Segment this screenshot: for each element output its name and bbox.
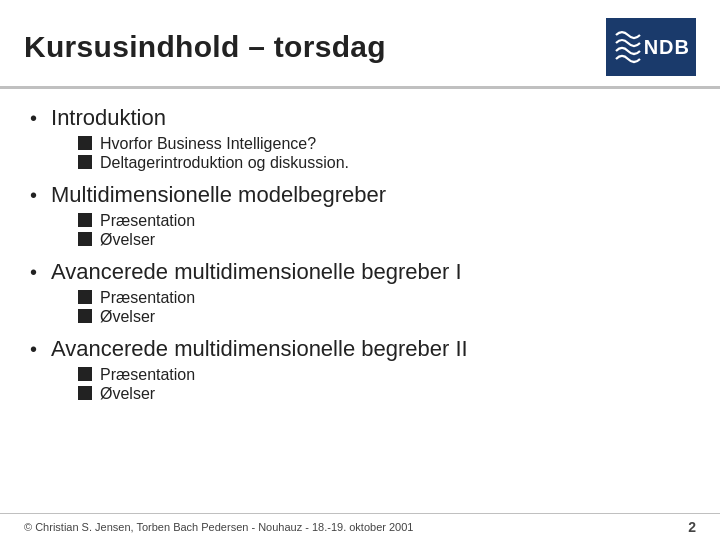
bullet-dot-icon: • [30,185,37,205]
list-item: Hvorfor Business Intelligence? [78,135,690,153]
sub-bullet-square-icon [78,232,92,246]
sub-bullet-text-1-1: Hvorfor Business Intelligence? [100,135,316,153]
logo-text: NDB [644,36,690,59]
main-bullet-4: •Avancerede multidimensionelle begreber … [30,336,690,362]
main-bullet-text-2: Multidimensionelle modelbegreber [51,182,386,208]
bullet-section-2: •Multidimensionelle modelbegreberPræsent… [30,182,690,249]
sub-bullet-text-3-2: Øvelser [100,308,155,326]
sub-bullet-text-4-1: Præsentation [100,366,195,384]
bullet-section-1: •IntroduktionHvorfor Business Intelligen… [30,105,690,172]
sub-bullet-text-3-1: Præsentation [100,289,195,307]
ndb-logo: NDB [606,18,696,76]
main-bullet-text-4: Avancerede multidimensionelle begreber I… [51,336,468,362]
slide-title: Kursusindhold – torsdag [24,30,386,64]
footer-copyright: © Christian S. Jensen, Torben Bach Peder… [24,521,413,533]
sub-bullet-square-icon [78,155,92,169]
sub-bullets-3: PræsentationØvelser [78,289,690,326]
main-bullet-3: •Avancerede multidimensionelle begreber … [30,259,690,285]
sub-bullet-square-icon [78,290,92,304]
bullet-section-4: •Avancerede multidimensionelle begreber … [30,336,690,403]
sub-bullet-square-icon [78,309,92,323]
sub-bullets-2: PræsentationØvelser [78,212,690,249]
sub-bullet-square-icon [78,367,92,381]
sub-bullet-square-icon [78,136,92,150]
sub-bullet-text-4-2: Øvelser [100,385,155,403]
main-bullet-text-3: Avancerede multidimensionelle begreber I [51,259,462,285]
sub-bullet-text-1-2: Deltagerintroduktion og diskussion. [100,154,349,172]
list-item: Øvelser [78,308,690,326]
sub-bullets-1: Hvorfor Business Intelligence?Deltagerin… [78,135,690,172]
sub-bullet-text-2-1: Præsentation [100,212,195,230]
main-bullet-2: •Multidimensionelle modelbegreber [30,182,690,208]
list-item: Deltagerintroduktion og diskussion. [78,154,690,172]
slide: Kursusindhold – torsdag NDB •Introduktio… [0,0,720,540]
list-item: Præsentation [78,366,690,384]
slide-header: Kursusindhold – torsdag NDB [0,0,720,89]
bullet-dot-icon: • [30,262,37,282]
list-item: Øvelser [78,231,690,249]
sub-bullet-square-icon [78,213,92,227]
bullet-section-3: •Avancerede multidimensionelle begreber … [30,259,690,326]
bullet-dot-icon: • [30,339,37,359]
list-item: Præsentation [78,289,690,307]
main-bullet-1: •Introduktion [30,105,690,131]
sub-bullets-4: PræsentationØvelser [78,366,690,403]
list-item: Øvelser [78,385,690,403]
main-bullet-text-1: Introduktion [51,105,166,131]
sub-bullet-square-icon [78,386,92,400]
slide-footer: © Christian S. Jensen, Torben Bach Peder… [0,513,720,540]
sub-bullet-text-2-2: Øvelser [100,231,155,249]
bullet-dot-icon: • [30,108,37,128]
slide-content: •IntroduktionHvorfor Business Intelligen… [0,95,720,513]
list-item: Præsentation [78,212,690,230]
footer-page-number: 2 [688,519,696,535]
